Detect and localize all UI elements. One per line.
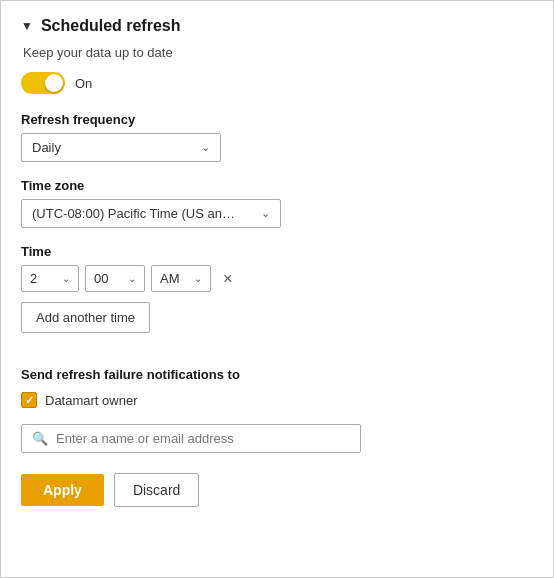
datamart-owner-row: ✓ Datamart owner [21,392,533,408]
scheduled-refresh-panel: ▼ Scheduled refresh Keep your data up to… [0,0,554,578]
time-zone-group: Time zone (UTC-08:00) Pacific Time (US a… [21,178,533,228]
ampm-dropdown[interactable]: AM ⌄ [151,265,211,292]
panel-title: Scheduled refresh [41,17,181,35]
notifications-group: Send refresh failure notifications to ✓ … [21,367,533,408]
refresh-frequency-group: Refresh frequency Daily ⌄ [21,112,533,162]
toggle-label: On [75,76,92,91]
time-row: 2 ⌄ 00 ⌄ AM ⌄ × [21,265,533,292]
minute-value: 00 [94,271,108,286]
add-another-time-button[interactable]: Add another time [21,302,150,333]
chevron-down-icon: ⌄ [62,273,70,284]
toggle-thumb [45,74,63,92]
refresh-toggle[interactable] [21,72,65,94]
action-buttons-row: Apply Discard [21,473,533,507]
refresh-frequency-label: Refresh frequency [21,112,533,127]
hour-value: 2 [30,271,37,286]
chevron-down-icon: ⌄ [261,207,270,220]
datamart-owner-checkbox[interactable]: ✓ [21,392,37,408]
chevron-down-icon: ⌄ [128,273,136,284]
collapse-icon[interactable]: ▼ [21,19,33,33]
refresh-frequency-value: Daily [32,140,61,155]
ampm-value: AM [160,271,180,286]
time-label: Time [21,244,533,259]
time-zone-label: Time zone [21,178,533,193]
checkmark-icon: ✓ [25,394,34,407]
chevron-down-icon: ⌄ [194,273,202,284]
refresh-frequency-dropdown[interactable]: Daily ⌄ [21,133,221,162]
subtitle: Keep your data up to date [23,45,533,60]
hour-dropdown[interactable]: 2 ⌄ [21,265,79,292]
section-header: ▼ Scheduled refresh [21,17,533,35]
toggle-row: On [21,72,533,94]
minute-dropdown[interactable]: 00 ⌄ [85,265,145,292]
search-icon: 🔍 [32,431,48,446]
time-zone-dropdown[interactable]: (UTC-08:00) Pacific Time (US an… ⌄ [21,199,281,228]
time-group: Time 2 ⌄ 00 ⌄ AM ⌄ × Add another time [21,244,533,351]
search-email-row: 🔍 [21,424,361,453]
discard-button[interactable]: Discard [114,473,199,507]
chevron-down-icon: ⌄ [201,141,210,154]
time-zone-value: (UTC-08:00) Pacific Time (US an… [32,206,235,221]
notifications-label: Send refresh failure notifications to [21,367,533,382]
search-email-input[interactable] [56,431,350,446]
apply-button[interactable]: Apply [21,474,104,506]
datamart-owner-label: Datamart owner [45,393,137,408]
remove-time-button[interactable]: × [217,268,238,290]
